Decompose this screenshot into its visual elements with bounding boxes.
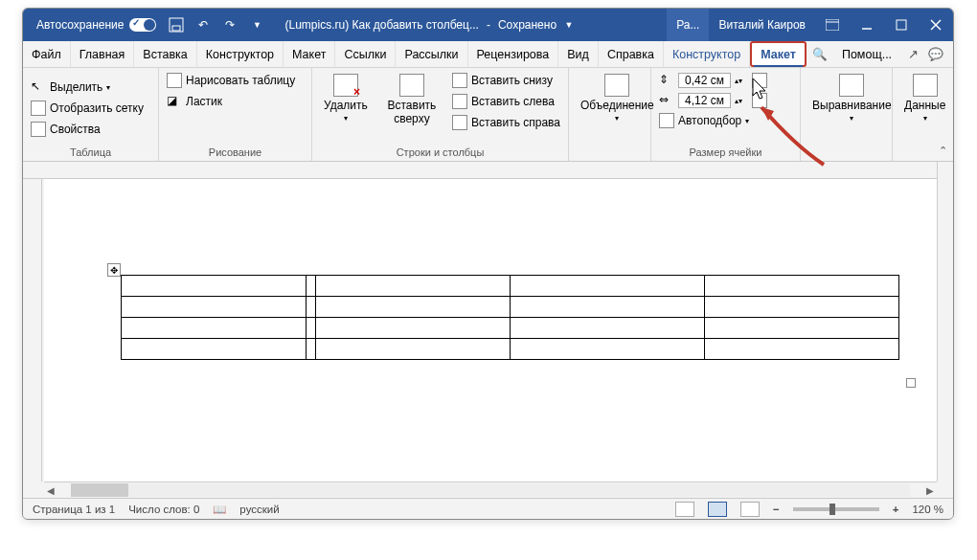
word-window: Автосохранение ✓ ↶ ↷ ▼ (Lumpics.ru) Как …	[22, 8, 954, 520]
dist-cols-icon[interactable]	[752, 93, 767, 108]
group-merge-label	[575, 156, 645, 161]
group-cellsize: ⇕0,42 см▴▾ ⇔4,12 см▴▾ Автоподбор▾ Размер…	[651, 68, 801, 161]
scrollbar-vertical[interactable]	[937, 162, 953, 482]
tab-layout[interactable]: Макет	[284, 41, 335, 67]
show-grid-button[interactable]: Отобразить сетку	[29, 100, 146, 117]
insert-bottom-icon	[452, 73, 467, 88]
svg-rect-2	[826, 19, 839, 31]
tab-review[interactable]: Рецензирова	[468, 41, 559, 67]
merge-button[interactable]: Объединение▾	[575, 72, 660, 124]
statusbar: Страница 1 из 1 Число слов: 0 📖 русский …	[23, 498, 953, 519]
print-view-icon[interactable]	[708, 502, 727, 517]
zoom-level[interactable]: 120 %	[912, 504, 943, 515]
draw-table-button[interactable]: Нарисовать таблицу	[165, 72, 297, 89]
document-page[interactable]: ✥	[44, 179, 937, 482]
data-button[interactable]: Данные▾	[898, 72, 951, 124]
ribbon-mode-icon[interactable]	[815, 9, 850, 41]
redo-icon[interactable]: ↷	[221, 16, 239, 34]
insert-bottom-button[interactable]: Вставить снизу	[450, 72, 562, 89]
page-number[interactable]: Страница 1 из 1	[33, 504, 115, 515]
insert-right-button[interactable]: Вставить справа	[450, 114, 562, 131]
zoom-out-icon[interactable]: −	[773, 504, 780, 515]
maximize-button[interactable]	[884, 9, 919, 41]
dist-rows-icon[interactable]	[752, 73, 767, 88]
account-short[interactable]: Ра...	[667, 9, 709, 41]
qat-more-icon[interactable]: ▼	[248, 16, 265, 34]
language[interactable]: русский	[239, 504, 279, 515]
group-merge: Объединение▾	[569, 68, 651, 161]
group-table: ↖Выделить▾ Отобразить сетку Свойства Таб…	[23, 68, 159, 161]
tab-table-layout[interactable]: Макет	[750, 41, 807, 67]
alignment-icon	[839, 74, 864, 97]
tab-view[interactable]: Вид	[558, 41, 599, 67]
select-button[interactable]: ↖Выделить▾	[29, 78, 112, 96]
scroll-right-icon[interactable]: ▶	[923, 485, 937, 496]
autosave-label: Автосохранение	[36, 18, 124, 32]
tab-references[interactable]: Ссылки	[335, 41, 396, 67]
group-cellsize-label: Размер ячейки	[657, 145, 794, 161]
search-box[interactable]: Помощ...	[833, 41, 900, 67]
autosave-toggle[interactable]: ✓	[129, 18, 156, 32]
group-alignment: Выравнивание▾	[801, 68, 893, 161]
tab-table-design[interactable]: Конструктор	[664, 41, 750, 67]
comments-icon[interactable]: 💬	[928, 47, 943, 61]
row-height-field[interactable]: ⇕0,42 см▴▾	[657, 72, 769, 89]
tab-home[interactable]: Главная	[71, 41, 135, 67]
document-table[interactable]	[121, 275, 899, 360]
grid-icon	[31, 101, 46, 116]
table-resize-handle[interactable]	[906, 378, 916, 388]
user-name: Виталий Каиров	[718, 18, 806, 32]
minimize-button[interactable]	[850, 9, 884, 41]
delete-button[interactable]: × Удалить▾	[318, 72, 374, 124]
scrollbar-horizontal[interactable]: ◀ ▶	[44, 482, 937, 498]
ribbon-tabs: Файл Главная Вставка Конструктор Макет С…	[23, 41, 953, 68]
title-actions: ↗ 💬	[908, 41, 953, 67]
title-dash: -	[487, 18, 490, 32]
scroll-thumb[interactable]	[71, 483, 128, 497]
tab-file[interactable]: Файл	[23, 41, 71, 67]
group-rc-label: Строки и столбцы	[318, 145, 562, 161]
eraser-button[interactable]: ◪Ластик	[165, 93, 224, 110]
insert-left-button[interactable]: Вставить слева	[450, 93, 562, 110]
web-view-icon[interactable]	[740, 502, 760, 517]
autofit-button[interactable]: Автоподбор▾	[657, 112, 751, 129]
tab-mailings[interactable]: Рассылки	[396, 41, 467, 67]
zoom-slider[interactable]	[793, 507, 879, 511]
insert-left-icon	[452, 94, 467, 109]
doc-title: (Lumpics.ru) Как добавить столбец...	[284, 18, 478, 32]
group-draw: Нарисовать таблицу ◪Ластик Рисование	[159, 68, 312, 161]
svg-rect-1	[172, 26, 180, 31]
ribbon: ↖Выделить▾ Отобразить сетку Свойства Таб…	[23, 68, 953, 162]
ruler-horizontal[interactable]	[23, 162, 937, 179]
zoom-in-icon[interactable]: +	[893, 504, 899, 515]
group-rows-cols: × Удалить▾ Вставить сверху Вставить сниз…	[312, 68, 569, 161]
tab-insert[interactable]: Вставка	[134, 41, 196, 67]
col-width-field[interactable]: ⇔4,12 см▴▾	[657, 92, 769, 109]
ruler-vertical[interactable]	[23, 179, 42, 482]
saved-dropdown-icon[interactable]: ▼	[560, 16, 578, 34]
pointer-icon: ↖	[31, 79, 46, 95]
width-icon: ⇔	[659, 93, 674, 108]
search-icon[interactable]: 🔍	[807, 41, 833, 67]
scroll-left-icon[interactable]: ◀	[44, 485, 57, 496]
height-icon: ⇕	[659, 73, 674, 88]
save-icon[interactable]	[168, 16, 185, 34]
share-icon[interactable]: ↗	[908, 47, 919, 61]
close-button[interactable]	[919, 9, 953, 41]
table-move-handle[interactable]: ✥	[107, 263, 121, 277]
collapse-ribbon-icon[interactable]: ⌃	[939, 145, 947, 157]
spellcheck-icon[interactable]: 📖	[213, 503, 226, 516]
tab-designer[interactable]: Конструктор	[197, 41, 284, 67]
svg-rect-5	[897, 20, 906, 30]
tab-help[interactable]: Справка	[599, 41, 664, 67]
insert-top-button[interactable]: Вставить сверху	[379, 72, 444, 127]
alignment-button[interactable]: Выравнивание▾	[807, 72, 897, 124]
data-icon	[913, 74, 938, 97]
merge-icon	[604, 74, 629, 97]
focus-view-icon[interactable]	[675, 502, 694, 517]
titlebar: Автосохранение ✓ ↶ ↷ ▼ (Lumpics.ru) Как …	[23, 9, 953, 41]
undo-icon[interactable]: ↶	[194, 16, 212, 34]
properties-button[interactable]: Свойства	[29, 121, 102, 138]
scroll-track[interactable]	[71, 483, 910, 497]
word-count[interactable]: Число слов: 0	[128, 504, 199, 515]
